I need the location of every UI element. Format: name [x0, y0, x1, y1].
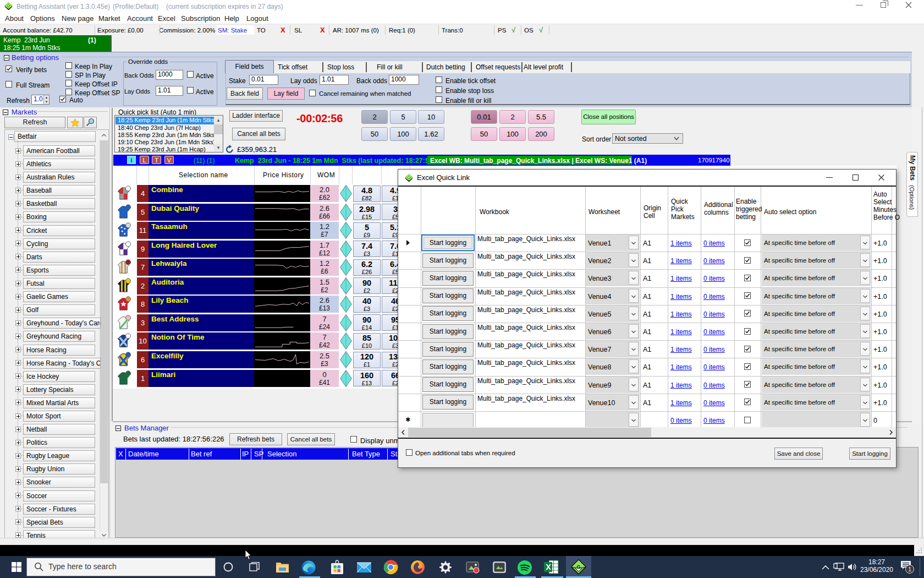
- svg-text:G: G: [576, 564, 580, 570]
